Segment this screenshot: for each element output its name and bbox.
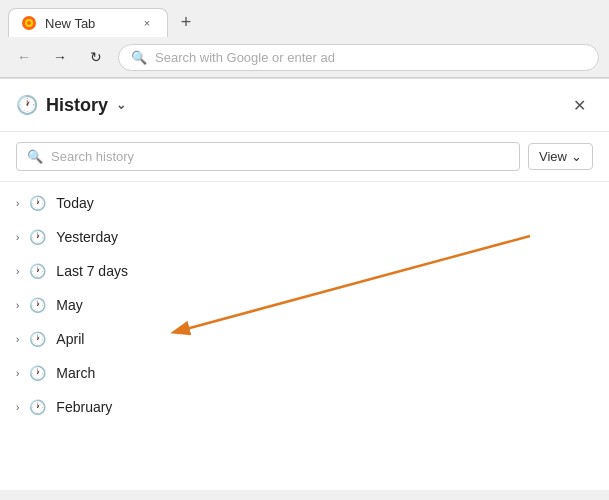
back-button[interactable]: ← <box>10 43 38 71</box>
history-panel: 🕐 History ⌄ ✕ 🔍 Search history View ⌄ › … <box>0 78 609 490</box>
svg-point-2 <box>27 21 31 25</box>
history-header: 🕐 History ⌄ ✕ <box>0 79 609 132</box>
active-tab[interactable]: New Tab × <box>8 8 168 37</box>
history-list-item[interactable]: › 🕐 April <box>0 322 609 356</box>
address-bar[interactable]: 🔍 Search with Google or enter ad <box>118 44 599 71</box>
view-label: View <box>539 149 567 164</box>
expand-icon: › <box>16 198 19 209</box>
history-item-label: March <box>56 365 95 381</box>
clock-icon: 🕐 <box>29 263 46 279</box>
history-item-label: May <box>56 297 82 313</box>
history-clock-icon: 🕐 <box>16 94 38 116</box>
clock-icon: 🕐 <box>29 399 46 415</box>
expand-icon: › <box>16 300 19 311</box>
history-item-label: February <box>56 399 112 415</box>
history-list-item[interactable]: › 🕐 May <box>0 288 609 322</box>
refresh-button[interactable]: ↻ <box>82 43 110 71</box>
history-title: History <box>46 95 108 116</box>
history-item-label: April <box>56 331 84 347</box>
clock-icon: 🕐 <box>29 365 46 381</box>
tab-title: New Tab <box>45 16 95 31</box>
nav-bar: ← → ↻ 🔍 Search with Google or enter ad <box>0 37 609 77</box>
clock-icon: 🕐 <box>29 297 46 313</box>
history-list-item[interactable]: › 🕐 Today <box>0 186 609 220</box>
history-list: › 🕐 Today › 🕐 Yesterday › 🕐 Last 7 days … <box>0 182 609 490</box>
view-dropdown-icon: ⌄ <box>571 149 582 164</box>
forward-button[interactable]: → <box>46 43 74 71</box>
expand-icon: › <box>16 402 19 413</box>
history-list-item[interactable]: › 🕐 Yesterday <box>0 220 609 254</box>
history-title-group: 🕐 History ⌄ <box>16 94 126 116</box>
clock-icon: 🕐 <box>29 229 46 245</box>
expand-icon: › <box>16 266 19 277</box>
tab-bar: New Tab × + <box>0 0 609 37</box>
new-tab-button[interactable]: + <box>172 9 200 37</box>
expand-icon: › <box>16 232 19 243</box>
history-item-label: Today <box>56 195 93 211</box>
history-list-item[interactable]: › 🕐 February <box>0 390 609 424</box>
search-history-input[interactable]: 🔍 Search history <box>16 142 520 171</box>
history-list-item[interactable]: › 🕐 March <box>0 356 609 390</box>
search-history-placeholder: Search history <box>51 149 134 164</box>
history-close-button[interactable]: ✕ <box>565 91 593 119</box>
address-text: Search with Google or enter ad <box>155 50 335 65</box>
history-dropdown-icon[interactable]: ⌄ <box>116 98 126 112</box>
search-icon: 🔍 <box>131 50 147 65</box>
search-input-icon: 🔍 <box>27 149 43 164</box>
tab-favicon <box>21 15 37 31</box>
browser-chrome: New Tab × + ← → ↻ 🔍 Search with Google o… <box>0 0 609 78</box>
history-list-item[interactable]: › 🕐 Last 7 days <box>0 254 609 288</box>
search-bar-row: 🔍 Search history View ⌄ <box>0 132 609 182</box>
expand-icon: › <box>16 334 19 345</box>
clock-icon: 🕐 <box>29 195 46 211</box>
view-button[interactable]: View ⌄ <box>528 143 593 170</box>
history-item-label: Yesterday <box>56 229 118 245</box>
expand-icon: › <box>16 368 19 379</box>
tab-close-button[interactable]: × <box>139 15 155 31</box>
history-item-label: Last 7 days <box>56 263 128 279</box>
clock-icon: 🕐 <box>29 331 46 347</box>
